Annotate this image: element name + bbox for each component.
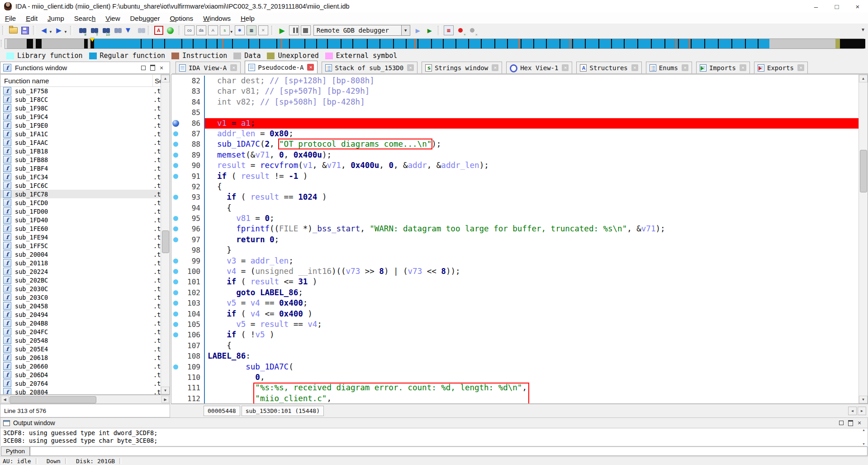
function-row[interactable]: fsub_20618.t bbox=[0, 353, 161, 362]
stop-process-button[interactable] bbox=[301, 25, 311, 35]
breakpoint-gutter[interactable] bbox=[171, 160, 180, 171]
function-name-column-header[interactable]: Function name Se bbox=[0, 75, 170, 87]
line-marker-icon[interactable] bbox=[173, 153, 178, 158]
tab-close-icon[interactable]: × bbox=[740, 64, 746, 71]
code-line[interactable]: 88 sub_1DA7C(2, "OT protocol diagrams co… bbox=[171, 139, 859, 149]
menu-help[interactable]: Help bbox=[236, 14, 260, 22]
breakpoint-gutter[interactable] bbox=[171, 171, 180, 182]
function-row[interactable]: fsub_1F98C.t bbox=[0, 104, 161, 112]
tab-close-icon[interactable]: × bbox=[230, 64, 237, 71]
make-string-button[interactable]: s bbox=[220, 25, 230, 35]
function-row[interactable]: fsub_1F9E0.t bbox=[0, 121, 161, 129]
make-data-button[interactable]: da bbox=[196, 25, 206, 35]
function-row[interactable]: fsub_1FE94.t bbox=[0, 233, 161, 241]
step-over-button[interactable]: ▶ bbox=[425, 25, 435, 35]
scroll-left-icon[interactable]: ◀ bbox=[848, 407, 857, 415]
code-line[interactable]: 108LABEL_86: bbox=[171, 351, 859, 361]
minimize-button[interactable]: – bbox=[806, 0, 826, 13]
function-row[interactable]: fsub_204FC.t bbox=[0, 327, 161, 336]
function-row[interactable]: fsub_1FF5C.t bbox=[0, 241, 161, 250]
code-line[interactable]: 106 if ( !v5 ) bbox=[171, 330, 859, 340]
breakpoint-gutter[interactable] bbox=[171, 213, 180, 224]
panel-float-icon[interactable] bbox=[846, 419, 855, 427]
code-line[interactable]: 98 } bbox=[171, 245, 859, 255]
make-ascii-button[interactable]: A bbox=[208, 25, 218, 35]
code-line[interactable]: 83 char v81; // [sp+507h] [bp-429h] bbox=[171, 86, 859, 96]
search-next-button[interactable] bbox=[111, 25, 121, 35]
code-line[interactable]: 103 v5 = v4 == 0x400; bbox=[171, 298, 859, 308]
forward-history-dropdown-icon[interactable]: ▼ bbox=[64, 30, 67, 34]
breakpoint-gutter[interactable] bbox=[171, 351, 180, 361]
line-marker-icon[interactable] bbox=[173, 279, 178, 284]
function-row[interactable]: fsub_20548.t bbox=[0, 336, 161, 345]
code-line[interactable]: 112 "miio_client.c", bbox=[171, 393, 859, 403]
breakpoint-gutter[interactable] bbox=[171, 256, 180, 266]
code-line[interactable]: 105 v5 = result == v4; bbox=[171, 319, 859, 330]
function-row[interactable]: fsub_1F758.t bbox=[0, 86, 161, 95]
debugger-combo-dropdown-icon[interactable]: ▼ bbox=[401, 25, 410, 35]
breakpoint-gutter[interactable] bbox=[171, 330, 180, 340]
line-marker-icon[interactable] bbox=[173, 290, 178, 295]
breakpoint-gutter[interactable] bbox=[171, 203, 180, 213]
breakpoint-gutter[interactable] bbox=[171, 97, 180, 107]
code-line[interactable]: 84 int v82; // [sp+508h] [bp-428h] bbox=[171, 97, 859, 107]
function-row[interactable]: fsub_1FBF4.t bbox=[0, 164, 161, 173]
delete-breakpoint-button[interactable]: × bbox=[467, 25, 477, 35]
breakpoint-gutter[interactable] bbox=[171, 277, 180, 287]
function-row[interactable]: fsub_1FC34.t bbox=[0, 173, 161, 181]
navigate-forward-button[interactable]: ▶ bbox=[54, 25, 64, 35]
function-row[interactable]: fsub_1FB18.t bbox=[0, 147, 161, 155]
code-line[interactable]: 97 return 0; bbox=[171, 235, 859, 245]
navigate-back-button[interactable]: ◀ bbox=[39, 25, 49, 35]
undefine-button[interactable]: ✕ bbox=[258, 25, 268, 35]
function-row[interactable]: fsub_205E4.t bbox=[0, 345, 161, 353]
code-vertical-scrollbar[interactable]: ▲ ▼ bbox=[859, 75, 868, 403]
function-row[interactable]: fsub_1FB88.t bbox=[0, 155, 161, 164]
menu-options[interactable]: Options bbox=[165, 14, 198, 22]
panel-restore-icon[interactable] bbox=[837, 419, 846, 427]
functions-vertical-scrollbar[interactable]: ▲ ▼ bbox=[161, 75, 170, 394]
breakpoint-gutter[interactable] bbox=[171, 383, 180, 393]
debugger-combo[interactable]: Remote GDB debugger ▼ bbox=[313, 25, 410, 36]
function-row[interactable]: fsub_2030C.t bbox=[0, 284, 161, 293]
menu-file[interactable]: File bbox=[0, 14, 21, 22]
scroll-down-icon[interactable]: ▼ bbox=[161, 387, 170, 394]
line-marker-icon[interactable] bbox=[173, 237, 178, 242]
code-line[interactable]: 102 goto LABEL_86; bbox=[171, 288, 859, 298]
function-row[interactable]: fsub_1FC78.t bbox=[0, 190, 161, 198]
tab-imports[interactable]: Imports× bbox=[696, 62, 750, 73]
breakpoint-gutter[interactable] bbox=[171, 224, 180, 234]
scroll-right-icon[interactable]: ▶ bbox=[858, 407, 866, 415]
code-line[interactable]: 104 if ( v4 <= 0x400 ) bbox=[171, 309, 859, 319]
tab-close-icon[interactable]: × bbox=[492, 64, 498, 71]
breakpoint-gutter[interactable] bbox=[171, 298, 180, 308]
breakpoint-gutter[interactable] bbox=[171, 150, 180, 160]
tab-pseudocode-a[interactable]: Pseudocode-A× bbox=[245, 61, 318, 73]
function-row[interactable]: fsub_1FD40.t bbox=[0, 216, 161, 224]
close-button[interactable]: × bbox=[847, 0, 868, 13]
line-marker-icon[interactable] bbox=[173, 322, 178, 327]
breakpoint-gutter[interactable] bbox=[171, 118, 180, 129]
line-marker-icon[interactable] bbox=[173, 312, 178, 316]
breakpoint-gutter[interactable] bbox=[171, 107, 180, 118]
scroll-up-icon[interactable]: ▲ bbox=[161, 75, 170, 82]
line-marker-icon[interactable] bbox=[173, 364, 178, 369]
panel-close-icon[interactable]: × bbox=[157, 64, 166, 72]
tab-strings-window[interactable]: Strings window× bbox=[422, 62, 502, 73]
function-row[interactable]: fsub_20494.t bbox=[0, 310, 161, 319]
function-row[interactable]: fsub_1F8CC.t bbox=[0, 95, 161, 104]
code-line[interactable]: 109 sub_1DA7C( bbox=[171, 362, 859, 372]
tab-hex-view-1[interactable]: Hex View-1× bbox=[506, 62, 572, 73]
panel-float-icon[interactable] bbox=[148, 64, 157, 72]
code-line[interactable]: 96 fprintf((FILE *)_bss_start, "WARN: da… bbox=[171, 224, 859, 234]
panel-restore-icon[interactable] bbox=[139, 64, 148, 72]
search-value-button[interactable]: 10 bbox=[100, 25, 109, 35]
breakpoint-gutter[interactable] bbox=[171, 288, 180, 298]
menu-jump[interactable]: Jump bbox=[43, 14, 69, 22]
function-row[interactable]: fsub_202BC.t bbox=[0, 276, 161, 284]
menu-view[interactable]: View bbox=[100, 14, 125, 22]
function-row[interactable]: fsub_20660.t bbox=[0, 362, 161, 370]
line-marker-icon[interactable] bbox=[173, 332, 178, 337]
line-marker-icon[interactable] bbox=[173, 131, 178, 136]
function-row[interactable]: fsub_203C0.t bbox=[0, 293, 161, 302]
